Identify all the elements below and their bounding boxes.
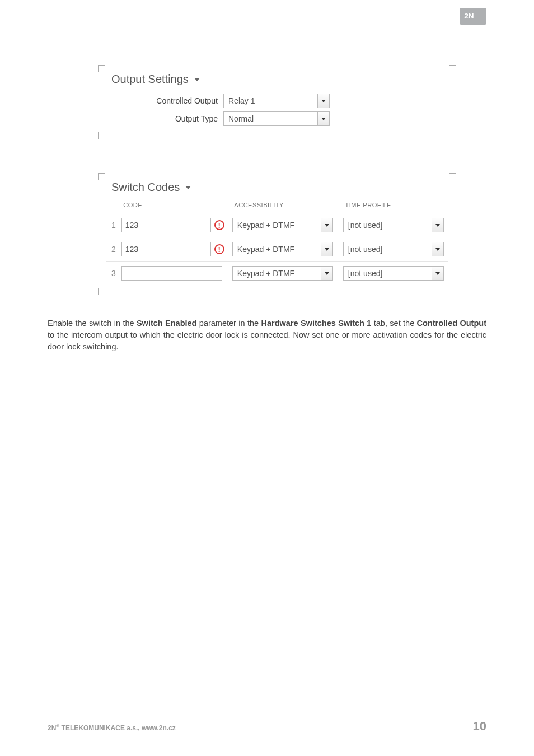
output-settings-panel: Output Settings Controlled Output Relay …: [98, 65, 456, 139]
time-profile-value: [not used]: [348, 269, 383, 278]
header-accessibility: ACCESSIBILITY: [232, 202, 343, 208]
warning-icon: !: [214, 244, 224, 254]
dropdown-icon: [321, 242, 332, 256]
dropdown-icon: [321, 267, 332, 280]
chevron-down-icon: [185, 186, 191, 189]
row-index: 1: [106, 221, 121, 230]
output-type-value: Normal: [228, 114, 254, 123]
page-number: 10: [473, 719, 486, 734]
instruction-text: Enable the switch in the Switch Enabled …: [48, 318, 486, 353]
time-profile-value: [not used]: [348, 221, 383, 230]
output-type-select[interactable]: Normal: [223, 111, 330, 126]
accessibility-select[interactable]: Keypad + DTMF: [232, 218, 333, 232]
accessibility-value: Keypad + DTMF: [237, 245, 294, 254]
time-profile-select[interactable]: [not used]: [343, 218, 444, 232]
warning-icon: !: [214, 220, 224, 230]
code-input[interactable]: [121, 266, 222, 281]
output-type-label: Output Type: [106, 114, 223, 123]
row-output-type: Output Type Normal: [106, 111, 448, 126]
codes-table-header: CODE ACCESSIBILITY TIME PROFILE: [106, 202, 448, 208]
accessibility-value: Keypad + DTMF: [237, 221, 294, 230]
page-footer: 2N® TELEKOMUNIKACE a.s., www.2n.cz 10: [48, 713, 486, 734]
accessibility-select[interactable]: Keypad + DTMF: [232, 242, 333, 256]
header-divider: [48, 31, 486, 31]
row-index: 2: [106, 245, 121, 254]
row-index: 3: [106, 269, 121, 278]
header-code: CODE: [121, 202, 232, 208]
controlled-output-select[interactable]: Relay 1: [223, 94, 330, 108]
accessibility-value: Keypad + DTMF: [237, 269, 294, 278]
code-input[interactable]: [121, 242, 211, 256]
dropdown-icon: [317, 112, 329, 125]
row-controlled-output: Controlled Output Relay 1: [106, 94, 448, 108]
time-profile-select[interactable]: [not used]: [343, 266, 444, 281]
svg-text:2N: 2N: [464, 12, 474, 20]
table-row: 3 Keypad + DTMF [not used]: [106, 261, 448, 285]
switch-codes-title[interactable]: Switch Codes: [111, 181, 448, 194]
dropdown-icon: [432, 242, 443, 256]
panel-title-text: Switch Codes: [111, 181, 180, 194]
panel-title-text: Output Settings: [111, 73, 189, 86]
dropdown-icon: [432, 267, 443, 280]
brand-logo: 2N: [460, 8, 486, 25]
dropdown-icon: [317, 94, 329, 108]
dropdown-icon: [321, 218, 332, 232]
time-profile-value: [not used]: [348, 245, 383, 254]
header-time-profile: TIME PROFILE: [343, 202, 448, 208]
output-settings-title[interactable]: Output Settings: [111, 73, 448, 86]
footer-rest: TELEKOMUNIKACE a.s., www.2n.cz: [59, 724, 176, 732]
accessibility-select[interactable]: Keypad + DTMF: [232, 266, 333, 281]
table-row: 2 ! Keypad + DTMF [not used]: [106, 237, 448, 261]
table-row: 1 ! Keypad + DTMF [not used]: [106, 213, 448, 237]
chevron-down-icon: [194, 78, 200, 81]
time-profile-select[interactable]: [not used]: [343, 242, 444, 256]
dropdown-icon: [432, 218, 443, 232]
code-input[interactable]: [121, 218, 211, 232]
footer-company: 2N: [48, 724, 56, 732]
switch-codes-panel: Switch Codes CODE ACCESSIBILITY TIME PRO…: [98, 173, 456, 295]
controlled-output-label: Controlled Output: [106, 96, 223, 105]
controlled-output-value: Relay 1: [228, 96, 255, 105]
